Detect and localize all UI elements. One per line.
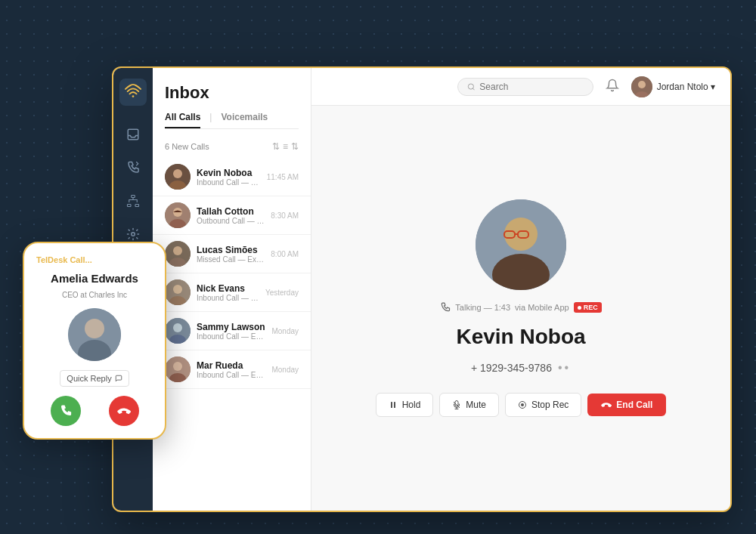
call-info-kevin: Kevin Noboa Inbound Call — Ext .0 xyxy=(197,168,261,187)
tab-voicemails[interactable]: Voicemails xyxy=(221,112,268,128)
svg-point-22 xyxy=(173,362,182,371)
filter-icons: ⇅ ≡ ⇅ xyxy=(272,141,299,152)
call-detail-nick: Inbound Call — Ext .0 xyxy=(197,294,259,302)
call-detail-lucas: Missed Call — Ext .0 xyxy=(197,255,265,264)
hold-button[interactable]: Hold xyxy=(376,393,434,417)
svg-point-7 xyxy=(173,169,182,178)
avatar-nick xyxy=(165,279,191,305)
main-content: Jordan Ntolo ▾ Talking xyxy=(311,68,730,511)
svg-rect-34 xyxy=(391,402,392,408)
tab-divider: | xyxy=(209,112,212,128)
svg-rect-3 xyxy=(128,205,132,207)
call-item-nick[interactable]: Nick Evans Inbound Call — Ext .0 Yesterd… xyxy=(153,273,311,312)
avatar-lucas xyxy=(165,241,191,267)
call-item-kevin[interactable]: Kevin Noboa Inbound Call — Ext .0 11:45 … xyxy=(153,158,311,196)
call-info-lucas: Lucas Simões Missed Call — Ext .0 xyxy=(197,245,265,264)
avatar-kevin xyxy=(165,164,191,190)
call-name-lucas: Lucas Simões xyxy=(197,245,265,255)
call-info-sammy: Sammy Lawson Inbound Call — Ext .0 xyxy=(197,322,265,341)
inbox-header: Inbox All Calls | Voicemails xyxy=(153,68,311,135)
decline-icon xyxy=(117,404,131,418)
caller-phone-number: + 1929-345-9786 xyxy=(471,362,552,374)
caller-photo xyxy=(476,199,566,290)
call-detail-sammy: Inbound Call — Ext .0 xyxy=(197,332,265,341)
main-window: Inbox All Calls | Voicemails 6 New Calls… xyxy=(112,66,732,512)
call-item-sammy[interactable]: Sammy Lawson Inbound Call — Ext .0 Monda… xyxy=(153,312,311,350)
call-detail-tallah: Outbound Call — Ext .0 xyxy=(197,217,265,225)
call-time-nick: Yesterday xyxy=(265,289,299,297)
inbox-title: Inbox xyxy=(165,83,299,103)
call-detail-kevin: Inbound Call — Ext .0 xyxy=(197,178,261,187)
svg-point-19 xyxy=(173,323,182,332)
filter-icon-2[interactable]: ≡ xyxy=(283,141,288,152)
call-item-tallah[interactable]: Tallah Cotton Outbound Call — Ext .0 8:3… xyxy=(153,196,311,235)
caller-phone-row: + 1929-345-9786 •• xyxy=(471,361,571,375)
new-calls-count: 6 New Calls xyxy=(165,142,209,151)
stop-rec-button[interactable]: Stop Rec xyxy=(505,393,581,417)
svg-rect-4 xyxy=(135,205,139,207)
inbox-nav-icon[interactable] xyxy=(119,121,147,148)
call-info-nick: Nick Evans Inbound Call — Ext .0 xyxy=(197,283,259,302)
more-options-dots[interactable]: •• xyxy=(558,361,571,375)
topbar-user[interactable]: Jordan Ntolo ▾ xyxy=(631,76,715,97)
call-item-lucas[interactable]: Lucas Simões Missed Call — Ext .0 8:00 A… xyxy=(153,235,311,273)
call-time-sammy: Monday xyxy=(271,327,299,335)
quick-reply-button[interactable]: Quick Reply xyxy=(60,370,129,387)
call-name-tallah: Tallah Cotton xyxy=(197,206,265,217)
call-time-kevin: 11:45 AM xyxy=(267,173,299,181)
rec-dot xyxy=(578,306,581,310)
call-item-mar[interactable]: Mar Rueda Inbound Call — Ext .0 Monday xyxy=(153,350,311,389)
decline-call-button[interactable] xyxy=(109,396,139,426)
search-input[interactable] xyxy=(479,82,583,92)
caller-name-display: Kevin Noboa xyxy=(456,325,585,349)
svg-point-26 xyxy=(638,81,646,88)
topbar-username: Jordan Ntolo ▾ xyxy=(657,82,715,92)
bell-icon[interactable] xyxy=(606,79,619,95)
mute-button[interactable]: Mute xyxy=(439,393,499,417)
phone-popup: TelDesk Call... Amelia Edwards CEO at Ch… xyxy=(23,242,166,440)
quick-reply-icon xyxy=(115,375,122,382)
phone-nav-icon[interactable] xyxy=(119,154,147,181)
call-detail-panel: Talking — 1:43 via Mobile App REC Kevin … xyxy=(311,106,730,511)
call-actions: Hold Mute Stop Rec xyxy=(376,393,667,417)
inbox-panel: Inbox All Calls | Voicemails 6 New Calls… xyxy=(153,68,311,511)
hold-label: Hold xyxy=(402,400,421,410)
svg-point-13 xyxy=(173,246,182,255)
popup-actions xyxy=(36,396,153,426)
logo xyxy=(119,79,147,106)
hold-icon xyxy=(389,400,398,409)
svg-point-0 xyxy=(132,95,135,97)
stop-rec-icon xyxy=(518,400,527,409)
talking-status: Talking — 1:43 xyxy=(455,303,510,312)
accept-icon xyxy=(59,404,73,418)
filter-icon[interactable]: ⇅ xyxy=(272,141,280,152)
search-box[interactable] xyxy=(457,78,593,96)
user-avatar xyxy=(631,76,652,97)
call-info-tallah: Tallah Cotton Outbound Call — Ext .0 xyxy=(197,206,265,225)
accept-call-button[interactable] xyxy=(51,396,81,426)
call-time-tallah: 8:30 AM xyxy=(271,211,299,220)
wifi-icon[interactable] xyxy=(119,79,147,106)
svg-point-5 xyxy=(132,233,135,236)
avatar-mar xyxy=(165,357,191,382)
call-time-lucas: 8:00 AM xyxy=(271,250,299,258)
network-nav-icon[interactable] xyxy=(119,187,147,215)
popup-caller-name: Amelia Edwards xyxy=(51,272,138,285)
stop-rec-label: Stop Rec xyxy=(531,400,569,410)
svg-point-29 xyxy=(504,218,538,251)
svg-rect-35 xyxy=(394,402,395,408)
popup-caller-company: CEO at Charles Inc xyxy=(62,291,127,299)
topbar: Jordan Ntolo ▾ xyxy=(311,68,730,106)
quick-reply-label: Quick Reply xyxy=(67,374,111,383)
call-time-mar: Monday xyxy=(271,366,299,374)
end-call-button[interactable]: End Call xyxy=(587,394,666,416)
filter-icon-3[interactable]: ⇅ xyxy=(291,141,299,152)
end-call-label: End Call xyxy=(616,400,652,410)
search-icon xyxy=(467,82,476,91)
rec-label: REC xyxy=(584,304,598,311)
inbox-filter-row: 6 New Calls ⇅ ≡ ⇅ xyxy=(153,135,311,158)
call-name-kevin: Kevin Noboa xyxy=(197,168,261,178)
end-call-icon xyxy=(601,400,612,410)
svg-point-38 xyxy=(521,403,524,406)
tab-all-calls[interactable]: All Calls xyxy=(165,112,200,128)
